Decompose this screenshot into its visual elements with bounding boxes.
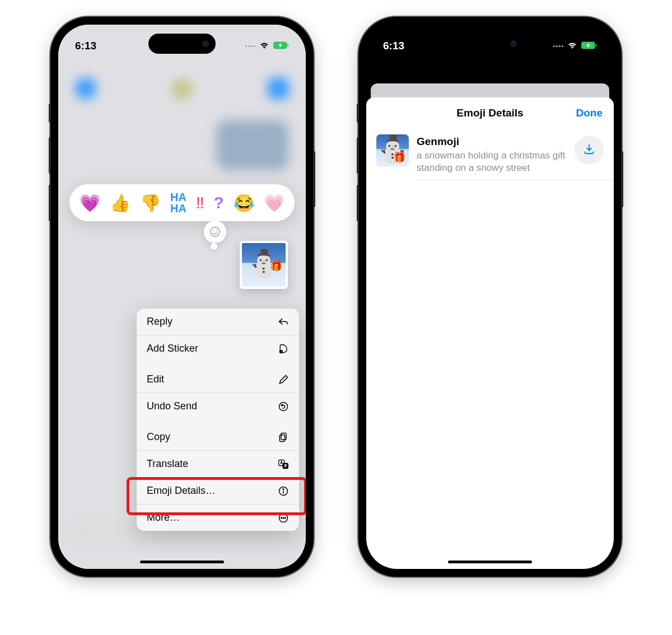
svg-point-14 xyxy=(281,517,282,519)
svg-point-15 xyxy=(283,517,284,519)
emoji-detail-row: Genmoji a snowman holding a christmas gi… xyxy=(366,129,614,180)
svg-rect-18 xyxy=(595,44,596,47)
home-indicator[interactable] xyxy=(448,561,532,563)
download-icon xyxy=(583,143,595,157)
edit-icon xyxy=(278,374,289,385)
emoji-details-sheet: Emoji Details Done Genmoji a snowman hol… xyxy=(366,97,614,569)
bt-dots-icon xyxy=(553,45,563,47)
svg-rect-8 xyxy=(279,435,284,441)
status-time: 6:13 xyxy=(383,40,404,52)
home-indicator[interactable] xyxy=(140,561,224,563)
reaction-thumbs-up[interactable]: 👍 xyxy=(110,193,130,213)
genmoji-description: a snowman holding a christmas gift stand… xyxy=(417,150,567,174)
dynamic-island xyxy=(148,34,216,54)
copy-icon xyxy=(278,432,289,443)
menu-translate-label: Translate xyxy=(147,458,188,470)
message-genmoji-image[interactable] xyxy=(240,241,288,289)
reaction-thumbs-down[interactable]: 👎 xyxy=(140,193,161,213)
download-button[interactable] xyxy=(575,136,604,165)
undo-icon xyxy=(278,401,289,412)
battery-charging-icon xyxy=(581,40,597,52)
menu-emoji-details-label: Emoji Details… xyxy=(147,485,216,497)
menu-add-sticker[interactable]: Add Sticker xyxy=(137,335,299,362)
menu-reply[interactable]: Reply xyxy=(137,309,299,335)
translate-icon xyxy=(278,459,289,470)
dynamic-island xyxy=(456,34,524,54)
info-icon xyxy=(278,485,289,497)
context-menu: Reply Add Sticker Edit Undo Send xyxy=(137,309,299,531)
svg-rect-7 xyxy=(281,433,286,440)
genmoji-thumbnail xyxy=(376,134,409,167)
menu-more[interactable]: More… xyxy=(137,505,299,531)
iphone-frame-right: 6:13 Emoji Details Done xyxy=(358,17,622,577)
genmoji-name: Genmoji xyxy=(417,136,567,148)
menu-emoji-details[interactable]: Emoji Details… xyxy=(137,478,299,505)
reaction-question[interactable]: ? xyxy=(214,193,224,212)
row-divider xyxy=(417,180,614,180)
screen-right: 6:13 Emoji Details Done xyxy=(366,25,614,569)
reaction-heart[interactable]: 💗 xyxy=(80,193,100,213)
svg-point-3 xyxy=(213,230,214,231)
menu-edit[interactable]: Edit xyxy=(137,366,299,393)
menu-undo-send-label: Undo Send xyxy=(147,400,197,412)
sheet-header: Emoji Details Done xyxy=(366,97,614,129)
screen-left: 6:13 💗 👍 👎 HAHA ‼︎ ? 😂 💗 xyxy=(58,25,306,569)
svg-point-16 xyxy=(285,517,286,519)
menu-edit-label: Edit xyxy=(147,373,164,385)
menu-copy[interactable]: Copy xyxy=(137,424,299,451)
iphone-frame-left: 6:13 💗 👍 👎 HAHA ‼︎ ? 😂 💗 xyxy=(50,17,314,577)
svg-point-6 xyxy=(279,402,288,410)
menu-copy-label: Copy xyxy=(147,431,170,443)
wifi-icon xyxy=(259,40,269,52)
menu-undo-send[interactable]: Undo Send xyxy=(137,393,299,419)
more-icon xyxy=(278,512,289,524)
menu-more-label: More… xyxy=(147,512,180,524)
reaction-more[interactable]: 💗 xyxy=(264,193,284,213)
reaction-exclaim[interactable]: ‼︎ xyxy=(196,193,204,212)
reaction-picker: 💗 👍 👎 HAHA ‼︎ ? 😂 💗 xyxy=(69,184,295,221)
status-time: 6:13 xyxy=(75,40,96,52)
done-button[interactable]: Done xyxy=(576,107,603,119)
svg-point-2 xyxy=(211,227,220,237)
reaction-laugh[interactable]: 😂 xyxy=(234,193,254,213)
svg-point-4 xyxy=(216,230,217,231)
menu-translate[interactable]: Translate xyxy=(137,451,299,478)
sticker-icon xyxy=(278,343,289,354)
bt-dots-icon xyxy=(245,45,255,47)
reply-icon xyxy=(278,316,289,328)
sheet-title: Emoji Details xyxy=(456,107,523,119)
reaction-haha[interactable]: HAHA xyxy=(170,192,186,214)
svg-rect-1 xyxy=(287,44,288,47)
menu-reply-label: Reply xyxy=(147,316,172,328)
wifi-icon xyxy=(567,40,577,52)
menu-add-sticker-label: Add Sticker xyxy=(147,343,198,354)
svg-point-12 xyxy=(283,488,284,489)
battery-charging-icon xyxy=(273,40,289,52)
reaction-tail-icon xyxy=(204,221,226,243)
